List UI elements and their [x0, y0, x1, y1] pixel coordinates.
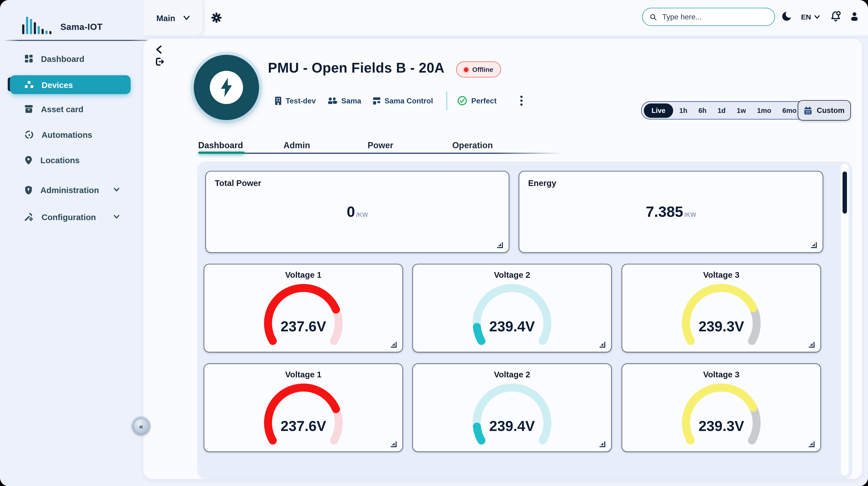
- lightning-bolt-icon: [210, 71, 243, 104]
- scrollbar-track[interactable]: [841, 164, 849, 476]
- widgets-panel: Total Power 0 /KW Energy 7.385 /KW: [197, 162, 852, 479]
- exit-logout-icon[interactable]: [155, 58, 164, 68]
- sidebar-item-administration[interactable]: Administration: [10, 180, 130, 199]
- card-title: Total Power: [215, 178, 261, 188]
- gauge-value: 239.4V: [413, 318, 611, 335]
- settings-gear-icon[interactable]: [211, 12, 222, 25]
- gauge-value: 239.3V: [622, 418, 820, 435]
- tab-power[interactable]: Power: [368, 140, 393, 150]
- voltage-2-card: Voltage 2 239.4V: [412, 363, 612, 452]
- corner-resize-icon[interactable]: [496, 241, 503, 248]
- gauge-title: Voltage 2: [413, 270, 611, 280]
- tabs-baseline: [197, 153, 562, 154]
- custom-range-button[interactable]: Custom: [798, 100, 851, 121]
- card-title: Energy: [528, 178, 556, 188]
- sidebar-item-dashboard[interactable]: Dashboard: [10, 49, 130, 68]
- total-power-value: 0: [347, 203, 355, 221]
- device-health: Perfect: [457, 96, 497, 105]
- more-options-kebab-icon[interactable]: [519, 94, 524, 107]
- back-chevron-icon[interactable]: [155, 45, 162, 56]
- sidebar-item-devices[interactable]: Devices: [10, 75, 130, 94]
- page-title: PMU - Open Fields B - 20A: [268, 60, 444, 76]
- sidebar-item-label: Devices: [41, 80, 73, 90]
- time-range-1h[interactable]: 1h: [674, 106, 692, 114]
- offline-dot-icon: [464, 67, 468, 72]
- sidebar-item-automations[interactable]: Automations: [10, 125, 130, 144]
- sidebar-item-label: Automations: [41, 130, 92, 139]
- voltage-gauge: [664, 378, 778, 453]
- corner-resize-icon[interactable]: [390, 341, 397, 348]
- administration-shield-icon: [25, 185, 33, 194]
- total-power-card: Total Power 0 /KW: [205, 171, 509, 253]
- custom-range-label: Custom: [817, 106, 844, 115]
- corner-resize-icon[interactable]: [808, 341, 815, 348]
- tab-dashboard[interactable]: Dashboard: [198, 140, 243, 150]
- chevron-down-icon: [183, 15, 190, 20]
- device-avatar: [194, 55, 259, 120]
- app-window: Sama-IOT Dashboard Devices Asset card Au…: [0, 0, 868, 486]
- meta-divider: [446, 91, 448, 110]
- energy-value: 7.385: [646, 203, 683, 221]
- time-range-1d[interactable]: 1d: [713, 106, 731, 114]
- devices-icon: [25, 80, 34, 89]
- voltage-gauge: [246, 279, 360, 353]
- workspace-label: Main: [156, 13, 176, 23]
- search-input[interactable]: [661, 12, 767, 22]
- search-icon: [650, 13, 657, 21]
- gauge-value: 237.6V: [204, 318, 403, 335]
- tab-admin[interactable]: Admin: [283, 140, 310, 150]
- group-label: Sama Control: [384, 97, 433, 105]
- sidebar-collapse-button[interactable]: «: [133, 418, 150, 434]
- tab-operation[interactable]: Operation: [452, 140, 493, 150]
- voltage-1-card: Voltage 1 237.6V: [204, 363, 403, 452]
- voltage-3-card: Voltage 3 239.3V: [622, 264, 821, 353]
- sidebar-item-label: Asset card: [41, 104, 84, 114]
- topbar-divider: [143, 35, 868, 39]
- dashboard-icon: [25, 54, 33, 63]
- sidebar-item-locations[interactable]: Locations: [10, 150, 130, 169]
- topbar: Main EN: [143, 0, 868, 35]
- sidebar-item-label: Configuration: [41, 212, 96, 222]
- sidebar: Sama-IOT Dashboard Devices Asset card Au…: [0, 0, 143, 486]
- corner-resize-icon[interactable]: [808, 441, 815, 448]
- sidebar-item-label: Dashboard: [41, 54, 85, 63]
- brand-name: Sama-IOT: [60, 22, 102, 34]
- time-range-group: Live 1h 6h 1d 1w 1mo 6mo 1y: [641, 101, 823, 120]
- gauge-value: 237.6V: [204, 418, 403, 435]
- people-icon: [327, 97, 337, 105]
- site-label: Test-dev: [285, 97, 316, 105]
- notifications-bell-icon[interactable]: [830, 10, 842, 25]
- status-label: Offline: [472, 65, 493, 73]
- language-label: EN: [801, 13, 811, 21]
- sidebar-item-asset-card[interactable]: Asset card: [10, 100, 130, 118]
- corner-resize-icon[interactable]: [810, 241, 817, 248]
- dark-mode-moon-icon[interactable]: [782, 11, 792, 24]
- chevron-down-icon: [114, 188, 120, 192]
- active-tab-indicator: [198, 152, 245, 154]
- scrollbar-thumb[interactable]: [843, 171, 847, 214]
- workspace-selector[interactable]: Main: [143, 0, 203, 35]
- corner-resize-icon[interactable]: [390, 441, 397, 448]
- user-profile-icon[interactable]: [850, 12, 859, 24]
- time-range-6h[interactable]: 6h: [693, 106, 711, 114]
- sidebar-item-configuration[interactable]: Configuration: [10, 207, 130, 226]
- corner-resize-icon[interactable]: [598, 341, 606, 348]
- voltage-gauge: [246, 378, 360, 453]
- health-label: Perfect: [471, 97, 497, 105]
- time-range-1w[interactable]: 1w: [732, 106, 751, 114]
- language-selector[interactable]: EN: [801, 13, 820, 21]
- sidebar-divider: [3, 40, 162, 41]
- calendar-icon: [804, 106, 812, 115]
- total-power-unit: /KW: [356, 211, 368, 218]
- gauge-title: Voltage 2: [413, 369, 611, 379]
- check-circle-icon: [457, 96, 467, 105]
- chevron-down-icon: [114, 215, 120, 219]
- time-range-live[interactable]: Live: [644, 103, 673, 118]
- locations-icon: [25, 155, 33, 165]
- control-blocks-icon: [372, 97, 381, 105]
- configuration-tools-icon: [25, 213, 34, 221]
- time-range-1mo[interactable]: 1mo: [752, 106, 776, 114]
- logo-bars-icon: [22, 15, 52, 34]
- brand-logo: Sama-IOT: [22, 14, 102, 34]
- corner-resize-icon[interactable]: [598, 441, 606, 448]
